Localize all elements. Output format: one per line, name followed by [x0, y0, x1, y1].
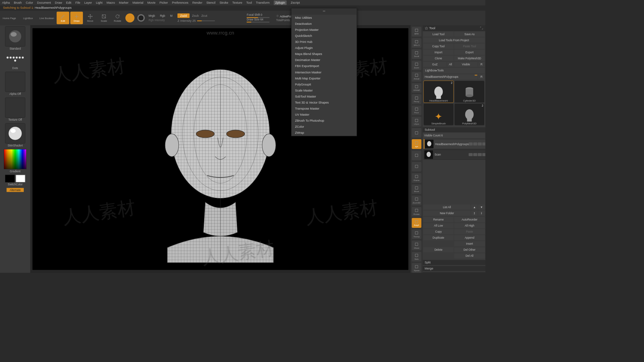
side-move[interactable]: Move — [412, 184, 422, 194]
plugin-decimation-master[interactable]: Decimation Master — [291, 57, 357, 63]
mrgb-button[interactable]: Mrgb — [149, 14, 155, 17]
paste-tool-button[interactable]: Paste Tool — [454, 44, 485, 49]
subtool-header[interactable]: Subtool — [423, 127, 485, 132]
plugin-zcolor[interactable]: ZColor — [291, 124, 357, 130]
goz-visible-button[interactable]: Visible — [454, 62, 478, 67]
visible-count[interactable]: Visible Count 6 — [423, 133, 485, 138]
edit-mode-button[interactable]: Edit — [57, 12, 69, 24]
tool-thumb-simplebrush[interactable]: ✦SimpleBrush — [424, 104, 453, 125]
section-merge[interactable]: Merge — [423, 266, 485, 271]
subtool-headbasemeshpolygroups[interactable]: HeadBasemeshPolygroups — [424, 139, 485, 149]
side-ghost[interactable]: Ghost — [412, 241, 422, 250]
load-from-project-button[interactable]: Load Tools From Project — [423, 38, 485, 43]
tool-thumb-polymesh3d[interactable]: 2PolyMesh3D — [454, 104, 484, 125]
side-persp[interactable]: Persp — [412, 94, 422, 104]
gizmo-toggle[interactable] — [125, 13, 135, 22]
make-polymesh-button[interactable]: Make PolyMesh3D — [454, 56, 485, 61]
z-intensity-label[interactable]: Z Intensity 25 — [177, 19, 196, 23]
plugin-polygroupit[interactable]: PolyGroupIt — [291, 81, 357, 87]
import-button[interactable]: Import — [423, 50, 454, 55]
autoreorder-button[interactable]: AutoReorder — [454, 217, 485, 222]
goz-button[interactable]: GoZ — [423, 62, 447, 67]
plugin-transpose-master[interactable]: Transpose Master — [291, 106, 357, 112]
menu-transform[interactable]: Transform — [256, 1, 270, 5]
side-xpose[interactable]: Xpose — [412, 263, 422, 273]
side-icon[interactable] — [412, 162, 422, 172]
menu-zplugin[interactable]: Zplugin — [274, 1, 287, 5]
side-zoom3d[interactable]: Zoom3D — [412, 195, 422, 205]
append-button[interactable]: Append — [454, 235, 485, 240]
live-boolean-button[interactable]: Live Boolean — [38, 12, 56, 24]
plugin-text-3d-vector-shapes[interactable]: Text 3D & Vector Shapes — [291, 100, 357, 106]
list-all-button[interactable]: List All — [423, 204, 471, 209]
all-high-button[interactable]: All High — [454, 223, 485, 228]
side-spix 3[interactable]: SPix 3 — [412, 38, 422, 48]
menu-document[interactable]: Document — [37, 1, 51, 5]
insert-button[interactable]: Insert — [454, 241, 485, 246]
draw-mode-button[interactable]: Draw — [70, 12, 83, 24]
side-transp[interactable]: Transp — [412, 229, 422, 239]
plugin-3d-print-hub[interactable]: 3D Print Hub — [291, 39, 357, 45]
plugin-projection-master[interactable]: Projection Master — [291, 27, 357, 33]
goz-r-button[interactable]: R — [478, 62, 485, 67]
side-rotate[interactable]: Rotate — [412, 207, 422, 217]
sculptris-toggle[interactable] — [137, 13, 146, 22]
new-folder-button[interactable]: New Folder — [423, 211, 471, 216]
menu-color[interactable]: Color — [26, 1, 33, 5]
clone-button[interactable]: Clone — [423, 56, 454, 61]
collapse-icon[interactable] — [322, 9, 326, 13]
plugin-multi-map-exporter[interactable]: Multi Map Exporter — [291, 75, 357, 81]
menu-render[interactable]: Render — [192, 1, 202, 5]
move-mode-button[interactable]: Move — [84, 12, 97, 24]
menu-tool[interactable]: Tool — [246, 1, 252, 5]
brush-swatch[interactable] — [5, 26, 25, 46]
side-scroll[interactable]: Scroll — [412, 49, 422, 59]
copy-tool-button[interactable]: Copy Tool — [423, 44, 454, 49]
zcut-button[interactable]: Zcut — [201, 14, 207, 17]
plugin-uv-master[interactable]: UV Master — [291, 112, 357, 118]
side-aahalf[interactable]: AAHalf — [412, 83, 422, 93]
plugin-quicksketch[interactable]: QuickSketch — [291, 33, 357, 39]
load-tool-button[interactable]: Load Tool — [423, 32, 454, 37]
side-polyf[interactable]: PolyF — [412, 218, 422, 228]
side-actual[interactable]: Actual — [412, 72, 422, 81]
rotate-mode-button[interactable]: Rotate — [111, 12, 124, 24]
menu-file[interactable]: File — [75, 1, 80, 5]
plugin-zbrush-to-photoshop[interactable]: ZBrush To Photoshop — [291, 118, 357, 124]
plugin-maya-blend-shapes[interactable]: Maya Blend Shapes — [291, 51, 357, 57]
folder-down-button[interactable]: ↧ — [478, 211, 485, 216]
lightbox-button[interactable]: LightBox — [19, 12, 37, 24]
section-split[interactable]: Split — [423, 260, 485, 265]
home-page-button[interactable]: Home Page — [1, 12, 18, 24]
side-icon[interactable] — [412, 150, 422, 160]
side-lsym[interactable]: LSym — [412, 117, 422, 126]
side-solo[interactable]: Solo — [412, 252, 422, 261]
menu-stencil[interactable]: Stencil — [206, 1, 215, 5]
plugin-intersection-masker[interactable]: Intersection Masker — [291, 69, 357, 75]
side-zoom[interactable]: Zoom — [412, 61, 422, 70]
menu-draw[interactable]: Draw — [55, 1, 62, 5]
m-button[interactable]: M — [170, 14, 172, 17]
menu-layer[interactable]: Layer — [84, 1, 92, 5]
list-down-button[interactable]: ▼ — [478, 204, 485, 209]
alpha-swatch[interactable] — [5, 72, 25, 92]
folder-up-button[interactable]: ↥ — [471, 211, 478, 216]
menu-zscript[interactable]: Zscript — [291, 1, 300, 5]
tool-r-button[interactable]: R — [478, 74, 485, 79]
del-other-button[interactable]: Del Other — [454, 247, 485, 252]
current-tool-name[interactable]: HeadBasemeshPolygroups — [423, 74, 478, 79]
side-icon[interactable] — [412, 128, 422, 138]
draw-size-label[interactable]: Draw Size 64 — [247, 18, 263, 21]
export-button[interactable]: Export — [454, 50, 485, 55]
goz-all-button[interactable]: All — [447, 62, 454, 67]
switch-color-label[interactable]: SwitchColor — [8, 183, 22, 186]
menu-brush[interactable]: Brush — [14, 1, 22, 5]
material-swatch[interactable] — [5, 123, 25, 143]
menu-material[interactable]: Material — [132, 1, 143, 5]
plugin-deactivation[interactable]: Deactivation — [291, 21, 357, 27]
tool-thumb-headbasemeshi[interactable]: 2HeadBasemeshI — [424, 81, 453, 103]
zsub-button[interactable]: Zsub — [192, 14, 199, 17]
lightbox-tools-button[interactable]: Lightbox▸Tools — [423, 68, 485, 73]
menu-preferences[interactable]: Preferences — [172, 1, 189, 5]
side-floor[interactable]: Floor — [412, 106, 422, 115]
